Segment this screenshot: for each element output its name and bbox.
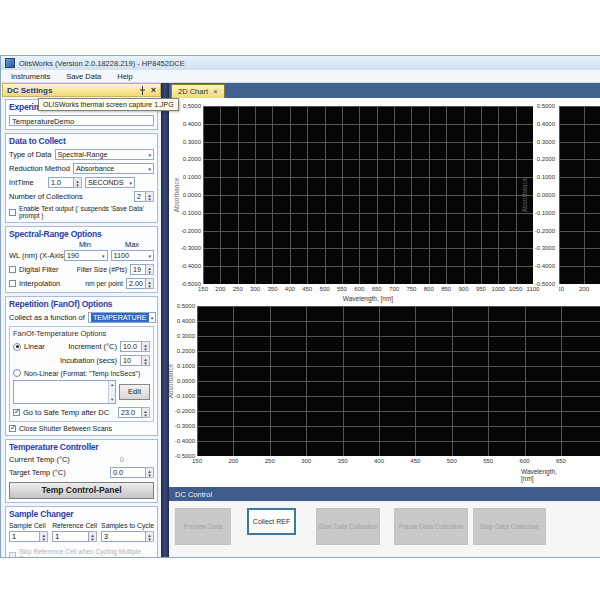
- pause-data-collection-button: Pause Data Collection: [394, 508, 468, 545]
- spinner-down-icon[interactable]: ▾: [144, 413, 147, 417]
- safe-temp-checkbox[interactable]: [13, 409, 20, 416]
- x-tick-label: 850: [441, 286, 451, 292]
- nm-per-point-spinner[interactable]: 2.00▴▾: [126, 278, 154, 289]
- start-data-collection-button: Start Data Collection: [316, 508, 380, 545]
- wl-max-value: 1100: [114, 251, 129, 260]
- pin-icon[interactable]: [139, 83, 146, 99]
- inttime-units-dropdown[interactable]: SECONDS▾: [85, 177, 135, 188]
- sample-cell-spinner[interactable]: 1▴▾: [9, 531, 48, 542]
- preview-data-button: Preview Data: [175, 508, 231, 545]
- collect-fn-value: TEMPERATURE: [91, 313, 149, 322]
- section-sample-changer: Sample Changer Sample Cell 1▴▾ Reference…: [5, 506, 158, 557]
- collect-fn-dropdown[interactable]: TEMPERATURE▾: [88, 312, 156, 323]
- temp-control-panel-button[interactable]: Temp Control-Panel: [9, 482, 154, 499]
- wl-min-dropdown[interactable]: 190▾: [64, 250, 108, 261]
- spinner-down-icon[interactable]: ▾: [42, 537, 45, 541]
- plot-area[interactable]: [203, 106, 533, 284]
- spinner-down-icon[interactable]: ▾: [148, 284, 151, 288]
- scroll-down-icon[interactable]: ▾: [111, 397, 113, 402]
- inttime-label: IntTime: [9, 178, 45, 187]
- plot-area[interactable]: [559, 106, 600, 284]
- inttime-spinner[interactable]: 1.0▴▾: [48, 177, 82, 188]
- collections-spinner[interactable]: 2▴▾: [134, 191, 154, 202]
- spinner-down-icon[interactable]: ▾: [91, 537, 94, 541]
- x-tick-label: 150: [198, 286, 208, 292]
- y-tick-label: 0.2000: [175, 156, 201, 162]
- panel-splitter[interactable]: [161, 83, 169, 557]
- section-temperature-controller: Temperature Controller Current Temp (°C)…: [5, 439, 158, 503]
- fanof-group-header: FanOf-Temperature Options: [13, 329, 150, 338]
- spinner-down-icon[interactable]: ▾: [144, 347, 147, 351]
- reference-cell-spinner[interactable]: 1▴▾: [52, 531, 97, 542]
- plot-area[interactable]: [197, 306, 600, 456]
- x-tick-label: 300: [301, 458, 311, 464]
- menu-item-instruments[interactable]: Instruments: [11, 72, 50, 81]
- menu-item-save-data[interactable]: Save Data: [66, 72, 101, 81]
- enable-text-output-checkbox[interactable]: [9, 209, 16, 216]
- incubation-spinner[interactable]: 10▴▾: [120, 355, 150, 366]
- linear-radio[interactable]: [13, 343, 21, 351]
- x-tick-label: 200: [579, 286, 589, 292]
- interpolation-checkbox[interactable]: [9, 280, 16, 287]
- reduction-method-dropdown[interactable]: Absorbance▾: [73, 163, 154, 174]
- samples-to-cycle-label: Samples to Cycle: [101, 522, 154, 529]
- spinner-down-icon[interactable]: ▾: [148, 197, 151, 201]
- close-shutter-checkbox[interactable]: [9, 425, 16, 432]
- h-gridline: [203, 142, 533, 143]
- skip-reference-label: Skip Reference Cell when Cycling Multipl…: [19, 548, 154, 557]
- tab-close-icon[interactable]: ×: [213, 88, 218, 96]
- filter-size-spinner[interactable]: 19▴▾: [130, 264, 154, 275]
- current-temp-label: Current Temp (°C): [9, 455, 117, 464]
- tab-2d-chart[interactable]: 2D Chart ×: [171, 84, 225, 98]
- h-gridline: [197, 336, 600, 337]
- spinner-down-icon[interactable]: ▾: [76, 183, 79, 187]
- v-gridline: [197, 306, 198, 456]
- v-gridline: [342, 106, 343, 284]
- y-tick-label: 0.4000: [175, 121, 201, 127]
- incubation-value: 10: [120, 355, 142, 366]
- x-tick-label: 1050: [509, 286, 522, 292]
- v-gridline: [464, 106, 465, 284]
- h-gridline: [203, 266, 533, 267]
- spinner-down-icon[interactable]: ▾: [148, 270, 151, 274]
- sample-cell-value: 1: [9, 531, 40, 542]
- wl-label: WL (nm) (X-Axis): [9, 251, 61, 260]
- dropdown-arrow-icon[interactable]: ▾: [148, 153, 151, 157]
- dropdown-arrow-icon[interactable]: ▾: [102, 254, 105, 258]
- target-temp-value: 0.0: [110, 467, 146, 478]
- experiment-name-field[interactable]: TemperatureDemo: [9, 115, 154, 126]
- y-tick-label: -0.2000: [175, 228, 201, 234]
- listbox-scrollbar[interactable]: ▴▾: [108, 381, 115, 403]
- spinner-arrows: ▴▾: [142, 341, 150, 352]
- samples-to-cycle-value: 3: [101, 531, 146, 542]
- menu-item-help[interactable]: Help: [117, 72, 132, 81]
- dropdown-arrow-icon[interactable]: ▾: [129, 181, 132, 185]
- dropdown-arrow-icon[interactable]: ▾: [148, 167, 151, 171]
- spinner-down-icon[interactable]: ▾: [144, 361, 147, 365]
- target-temp-spinner[interactable]: 0.0▴▾: [110, 467, 154, 478]
- y-tick-label: 0.0000: [171, 378, 195, 384]
- samples-to-cycle-spinner[interactable]: 3▴▾: [101, 531, 154, 542]
- v-gridline: [488, 306, 489, 456]
- dropdown-arrow-icon[interactable]: ▾: [151, 316, 154, 320]
- spinner-down-icon[interactable]: ▾: [148, 473, 151, 477]
- increment-spinner[interactable]: 10.0▴▾: [120, 341, 150, 352]
- spinner-down-icon[interactable]: ▾: [148, 537, 151, 541]
- y-tick-label: -0.3000: [527, 245, 555, 251]
- wl-max-dropdown[interactable]: 1100▾: [111, 250, 155, 261]
- safe-temp-spinner[interactable]: 23.0▴▾: [118, 407, 150, 418]
- app-icon: [5, 58, 15, 68]
- nonlinear-radio[interactable]: [13, 369, 21, 377]
- close-icon[interactable]: ×: [151, 86, 156, 94]
- scroll-up-icon[interactable]: ▴: [111, 382, 113, 387]
- edit-button[interactable]: Edit: [119, 384, 150, 400]
- spinner-arrows: ▴▾: [40, 531, 48, 542]
- v-gridline: [307, 106, 308, 284]
- x-axis-ticks: 150200250300350400450500550600650: [197, 458, 600, 466]
- menubar: InstrumentsSave DataHelp: [1, 70, 600, 83]
- dropdown-arrow-icon[interactable]: ▾: [148, 254, 151, 258]
- collect-ref-button[interactable]: Collect REF: [247, 508, 296, 535]
- digital-filter-checkbox[interactable]: [9, 266, 16, 273]
- type-of-data-dropdown[interactable]: Spectral-Range▾: [55, 149, 154, 160]
- nonlinear-listbox[interactable]: ▴▾: [13, 380, 116, 404]
